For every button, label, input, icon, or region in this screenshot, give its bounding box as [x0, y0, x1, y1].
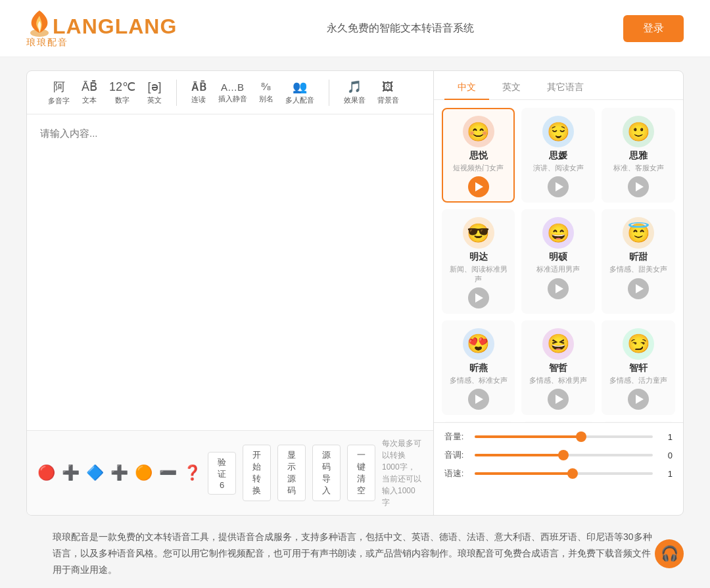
voice-play-btn-8[interactable] [628, 389, 649, 410]
toolbar-sfx[interactable]: 🎵 效果音 [340, 77, 369, 108]
speed-thumb[interactable] [567, 468, 578, 479]
voice-card-8[interactable]: 😏智轩多情感、活力童声 [602, 320, 675, 415]
pitch-track[interactable] [475, 454, 653, 456]
toolbar-number[interactable]: 12℃ 数字 [105, 77, 139, 108]
voice-play-btn-7[interactable] [548, 389, 569, 410]
show-source-button[interactable]: 显示源码 [277, 445, 306, 501]
bgm-icon: 🖼 [382, 80, 394, 94]
icon-plus-2[interactable]: ➕ [110, 462, 128, 483]
toolbar-liandu[interactable]: ĀB̄ 连读 [187, 78, 210, 107]
bottom-bar: 🔴 ➕ 🔷 ➕ 🟠 ➖ ❓ 验证6 开始转换 显示源码 源码导入 一键清空 每次… [27, 430, 433, 515]
voice-avatar-1: 😌 [542, 116, 574, 147]
logo-subtitle: 琅琅配音 [26, 37, 68, 49]
voice-play-btn-4[interactable] [548, 278, 569, 299]
toolbar-alias[interactable]: ⁸⁄₈ 别名 [255, 78, 277, 107]
voice-avatar-5: 😇 [623, 217, 654, 249]
voice-card-1[interactable]: 😌思媛演讲、阅读女声 [521, 108, 595, 203]
icon-4[interactable]: 🔷 [86, 462, 104, 483]
logo-area: LANGLANG 琅琅配音 [26, 8, 177, 49]
voice-desc-2: 标准、客服女声 [613, 163, 664, 172]
voice-card-0[interactable]: 😊思悦短视频热门女声 [442, 108, 515, 203]
editor-textarea[interactable] [27, 114, 433, 430]
editor-left: 阿 多音字 ĀB̄ 文本 12℃ 数字 [ə] 英文 [27, 71, 434, 515]
voice-play-btn-2[interactable] [628, 176, 649, 197]
play-triangle-8 [636, 395, 644, 404]
play-triangle-3 [475, 293, 483, 303]
play-triangle-0 [475, 182, 483, 191]
icon-minus[interactable]: ➖ [159, 462, 177, 483]
text-label: 文本 [82, 95, 97, 105]
voice-name-7: 智哲 [549, 362, 567, 374]
toolbar-group-3: 🎵 效果音 🖼 背景音 [333, 77, 410, 108]
voice-play-btn-1[interactable] [548, 176, 569, 197]
divider-2 [329, 80, 329, 106]
main-area: 阿 多音字 ĀB̄ 文本 12℃ 数字 [ə] 英文 [0, 57, 710, 588]
voice-card-3[interactable]: 😎明达新闻、阅读标准男声 [442, 209, 515, 314]
play-triangle-6 [475, 395, 483, 404]
toolbar-bgm[interactable]: 🖼 背景音 [373, 78, 403, 108]
silence-icon: A…B [221, 82, 244, 93]
toolbar-multi-voice[interactable]: 👥 多人配音 [281, 77, 318, 108]
voice-play-btn-5[interactable] [628, 278, 649, 299]
voice-card-7[interactable]: 😆智哲多情感、标准男声 [521, 320, 595, 415]
voice-name-3: 明达 [469, 251, 488, 263]
tab-other[interactable]: 其它语言 [534, 76, 597, 100]
silence-label: 插入静音 [218, 94, 247, 104]
convert-button[interactable]: 开始转换 [243, 445, 271, 501]
number-icon: 12℃ [109, 80, 135, 94]
voice-card-5[interactable]: 😇昕甜多情感、甜美女声 [602, 209, 675, 314]
toolbar-polyphone[interactable]: 阿 多音字 [44, 76, 74, 109]
char-count-tip: 每次最多可以转换1000字，当前还可以 输入1000字 [382, 437, 423, 508]
voice-desc-6: 多情感、标准女声 [450, 376, 508, 385]
toolbar-text[interactable]: ĀB̄ 文本 [78, 77, 101, 108]
voice-panel: 中文 英文 其它语言 😊思悦短视频热门女声😌思媛演讲、阅读女声🙂思雅标准、客服女… [434, 71, 683, 515]
toolbar-english[interactable]: [ə] 英文 [143, 77, 166, 108]
voice-desc-7: 多情感、标准男声 [529, 376, 587, 385]
sfx-label: 效果音 [344, 95, 366, 105]
volume-thumb[interactable] [576, 431, 586, 442]
voice-play-btn-6[interactable] [468, 389, 489, 410]
lang-tabs: 中文 英文 其它语言 [434, 71, 683, 100]
number-label: 数字 [115, 95, 130, 105]
speed-track[interactable] [475, 472, 653, 475]
play-triangle-5 [636, 284, 644, 293]
voice-card-2[interactable]: 🙂思雅标准、客服女声 [602, 108, 675, 203]
liandu-label: 连读 [191, 95, 206, 105]
voice-play-btn-3[interactable] [468, 287, 489, 308]
voice-desc-1: 演讲、阅读女声 [533, 163, 584, 172]
play-triangle-4 [556, 284, 563, 293]
header: LANGLANG 琅琅配音 永久免费的智能文本转语音系统 登录 [0, 0, 710, 57]
pitch-value: 0 [659, 451, 673, 460]
voice-card-6[interactable]: 😍昕燕多情感、标准女声 [442, 320, 515, 415]
tab-english[interactable]: 英文 [489, 76, 534, 100]
login-button[interactable]: 登录 [623, 15, 684, 42]
toolbar-silence[interactable]: A…B 插入静音 [214, 79, 251, 107]
toolbar: 阿 多音字 ĀB̄ 文本 12℃ 数字 [ə] 英文 [27, 71, 433, 114]
icon-plus-1[interactable]: ➕ [62, 462, 80, 483]
support-button[interactable]: 🎧 [655, 539, 684, 568]
tab-chinese[interactable]: 中文 [444, 76, 489, 100]
volume-slider-row: 音量: 1 [444, 431, 673, 443]
pitch-fill [475, 454, 564, 456]
icon-question[interactable]: ❓ [183, 462, 201, 483]
import-source-button[interactable]: 源码导入 [312, 445, 341, 501]
voice-name-5: 昕甜 [629, 251, 648, 263]
play-triangle-7 [556, 395, 563, 404]
clear-button[interactable]: 一键清空 [347, 445, 375, 501]
speed-fill [475, 472, 573, 475]
liandu-icon: ĀB̄ [191, 81, 206, 93]
verify-button[interactable]: 验证6 [208, 452, 236, 495]
english-icon: [ə] [148, 80, 162, 94]
voice-avatar-7: 😆 [542, 328, 574, 360]
icon-1[interactable]: 🔴 [37, 462, 55, 483]
speed-slider-row: 语速: 1 [444, 468, 673, 479]
icon-5[interactable]: 🟠 [135, 462, 153, 483]
voice-card-4[interactable]: 😄明硕标准适用男声 [521, 209, 595, 314]
voice-grid: 😊思悦短视频热门女声😌思媛演讲、阅读女声🙂思雅标准、客服女声😎明达新闻、阅读标准… [434, 100, 683, 422]
toolbar-group-2: ĀB̄ 连读 A…B 插入静音 ⁸⁄₈ 别名 👥 多人配音 [181, 77, 325, 108]
pitch-thumb[interactable] [558, 450, 569, 460]
flame-icon [26, 8, 53, 37]
volume-track[interactable] [475, 435, 653, 438]
header-title: 永久免费的智能文本转语音系统 [327, 22, 474, 36]
voice-play-btn-0[interactable] [468, 176, 489, 197]
